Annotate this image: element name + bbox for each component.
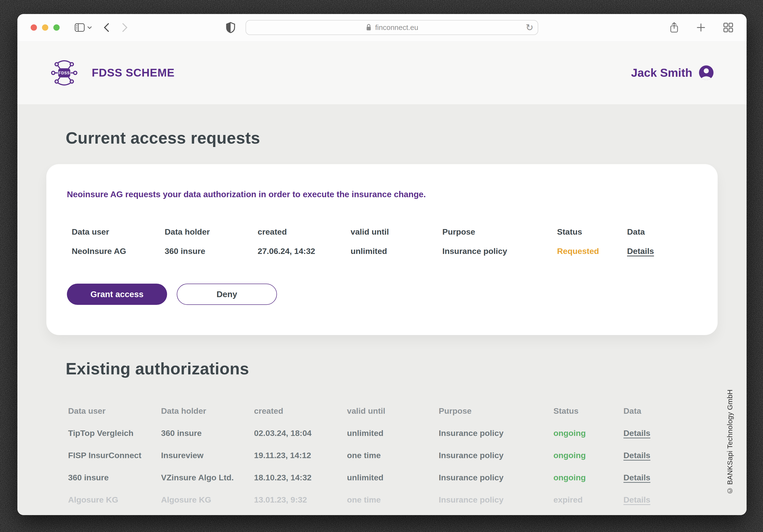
cell-valid-until: unlimited xyxy=(351,241,442,261)
cell-purpose: Insurance policy xyxy=(439,444,553,466)
cell-valid-until: one time xyxy=(347,488,439,511)
details-link[interactable]: Details xyxy=(623,428,650,438)
site-header: FDSS FDSS SCHEME xyxy=(17,41,747,104)
cell-created: 13.01.23, 9:32 xyxy=(254,488,347,511)
cell-data-user: TipTop Vergleich xyxy=(68,422,161,444)
fdss-logo-text: FDSS xyxy=(59,71,70,75)
reload-icon[interactable]: ↻ xyxy=(526,23,533,32)
user-menu[interactable]: Jack Smith xyxy=(631,65,714,80)
cell-data-holder: 360 insure xyxy=(165,241,258,261)
column-data-user: Data user xyxy=(68,400,161,422)
authorizations-section-title: Existing authorizations xyxy=(66,359,717,378)
cell-purpose: Insurance policy xyxy=(439,466,553,488)
tab-overview-icon[interactable] xyxy=(723,23,733,33)
cell-data-holder: VZinsure Algo Ltd. xyxy=(161,466,254,488)
grant-access-button[interactable]: Grant access xyxy=(67,284,167,305)
address-bar[interactable]: finconnect.eu ↻ xyxy=(246,20,538,35)
cell-purpose: Insurance policy xyxy=(439,422,553,444)
fdss-logo-icon: FDSS xyxy=(50,58,78,87)
authorizations-table: Data user Data holder created valid unti… xyxy=(47,400,717,511)
column-valid-until: valid until xyxy=(351,222,442,241)
cell-valid-until: unlimited xyxy=(347,466,439,488)
minimize-window-button[interactable] xyxy=(42,24,48,31)
cell-data-holder: Algosure KG xyxy=(161,488,254,511)
window-controls xyxy=(31,24,59,31)
cell-created: 18.10.23, 14:32 xyxy=(254,466,347,488)
requests-section-title: Current access requests xyxy=(66,128,717,147)
cell-created: 27.06.24, 14:32 xyxy=(258,241,351,261)
page-content: Current access requests Neoinsure AG req… xyxy=(17,104,747,515)
access-request-card: Neoinsure AG requests your data authoriz… xyxy=(47,164,717,335)
column-data-user: Data user xyxy=(72,222,165,241)
url-text: finconnect.eu xyxy=(375,23,418,32)
close-window-button[interactable] xyxy=(31,24,37,31)
column-status: Status xyxy=(553,400,623,422)
cell-data-user: NeoInsure AG xyxy=(72,241,165,261)
privacy-shield-icon[interactable] xyxy=(226,22,235,33)
sidebar-icon[interactable] xyxy=(75,23,85,32)
details-link[interactable]: Details xyxy=(623,451,650,460)
column-created: created xyxy=(254,400,347,422)
cell-created: 19.11.23, 14:12 xyxy=(254,444,347,466)
cell-created: 02.03.24, 18:04 xyxy=(254,422,347,444)
cell-data-holder: 360 insure xyxy=(161,422,254,444)
cell-data-user: FISP InsurConnect xyxy=(68,444,161,466)
column-purpose: Purpose xyxy=(442,222,557,241)
request-table: Data user Data holder created valid unti… xyxy=(67,222,697,261)
status-badge: ongoing xyxy=(553,422,623,444)
cell-data-user: 360 insure xyxy=(68,466,161,488)
cell-purpose: Insurance policy xyxy=(439,488,553,511)
user-avatar-icon xyxy=(699,65,714,80)
cell-valid-until: one time xyxy=(347,444,439,466)
cell-data-holder: Insureview xyxy=(161,444,254,466)
sidebar-chevron-down-icon[interactable] xyxy=(87,26,92,29)
brand-name: FDSS SCHEME xyxy=(92,66,174,79)
copyright-text: © BANKSapi Technology GmbH xyxy=(726,389,734,494)
status-badge: ongoing xyxy=(553,444,623,466)
details-link[interactable]: Details xyxy=(623,495,650,504)
details-link[interactable]: Details xyxy=(623,473,650,482)
column-data-holder: Data holder xyxy=(161,400,254,422)
brand: FDSS FDSS SCHEME xyxy=(50,58,174,87)
column-purpose: Purpose xyxy=(439,400,553,422)
column-created: created xyxy=(258,222,351,241)
zoom-window-button[interactable] xyxy=(54,24,59,31)
column-valid-until: valid until xyxy=(347,400,439,422)
details-link[interactable]: Details xyxy=(627,247,654,256)
lock-icon xyxy=(366,24,372,31)
back-icon[interactable] xyxy=(104,23,109,32)
column-status: Status xyxy=(557,222,627,241)
browser-chrome: finconnect.eu ↻ xyxy=(17,14,747,41)
cell-data-user: Algosure KG xyxy=(68,488,161,511)
deny-button[interactable]: Deny xyxy=(177,284,277,305)
forward-icon[interactable] xyxy=(122,23,128,32)
status-badge: expired xyxy=(553,488,623,511)
status-badge: Requested xyxy=(557,241,627,261)
cell-valid-until: unlimited xyxy=(347,422,439,444)
new-tab-icon[interactable] xyxy=(696,23,706,32)
column-data: Data xyxy=(623,400,696,422)
column-data-holder: Data holder xyxy=(165,222,258,241)
request-actions: Grant access Deny xyxy=(67,284,697,305)
user-name: Jack Smith xyxy=(631,66,692,79)
status-badge: ongoing xyxy=(553,466,623,488)
column-data: Data xyxy=(627,222,697,241)
cell-purpose: Insurance policy xyxy=(442,241,557,261)
browser-window: finconnect.eu ↻ xyxy=(17,14,747,515)
share-icon[interactable] xyxy=(670,22,679,33)
request-message: Neoinsure AG requests your data authoriz… xyxy=(67,189,697,199)
